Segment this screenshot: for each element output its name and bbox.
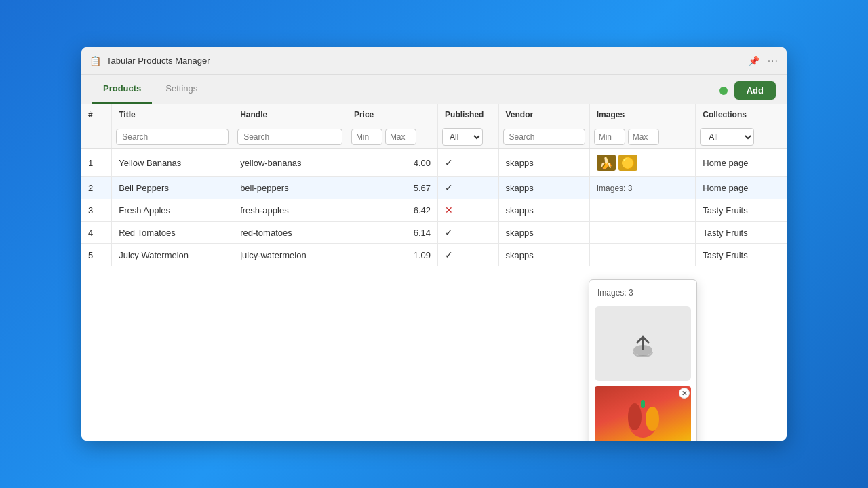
check-icon: ✓ (445, 249, 453, 260)
upload-icon (628, 330, 658, 357)
price-filter-group (351, 129, 433, 145)
images-min-input[interactable] (594, 129, 625, 145)
row3-title: Fresh Apples (112, 199, 233, 222)
price-max-input[interactable] (385, 129, 416, 145)
row5-handle: juicy-watermelon (233, 244, 347, 266)
handle-search-input[interactable] (237, 129, 342, 145)
image-close-button-1[interactable]: ✕ (679, 388, 690, 399)
row5-price: 1.09 (347, 244, 437, 266)
row2-price: 5.67 (347, 177, 437, 199)
pin-icon[interactable]: 📌 (748, 56, 760, 66)
table-container: # Title Handle Price Published Vendor Im… (81, 104, 787, 441)
row4-num: 4 (81, 222, 112, 244)
col-header-collections: Collections (696, 104, 787, 125)
titlebar-right: 📌 ··· (748, 55, 778, 67)
table-row: 1 Yellow Bananas yellow-bananas 4.00 ✓ s… (81, 149, 787, 177)
filter-collections-cell: All (696, 125, 787, 149)
filter-images-cell (589, 125, 696, 149)
image-preview-1 (595, 386, 691, 441)
filter-vendor-cell (498, 125, 589, 149)
pepper-svg (623, 393, 663, 441)
images-filter-group (594, 129, 692, 145)
collections-filter-select[interactable]: All (700, 128, 754, 146)
tab-settings[interactable]: Settings (155, 75, 208, 104)
filter-published-cell: All Yes No (438, 125, 498, 149)
row1-price: 4.00 (347, 149, 437, 177)
row5-title: Juicy Watermelon (112, 244, 233, 266)
titlebar-left: 📋 Tabular Products Manager (90, 56, 210, 66)
check-icon: ✓ (445, 227, 453, 238)
tabs-bar: Products Settings Add (81, 75, 787, 104)
row1-published: ✓ (438, 149, 498, 177)
tabs-right: Add (719, 81, 776, 104)
column-headers: # Title Handle Price Published Vendor Im… (81, 104, 787, 125)
row3-price: 6.42 (347, 199, 437, 222)
published-filter-select[interactable]: All Yes No (442, 128, 483, 146)
row5-num: 5 (81, 244, 112, 266)
row1-images-cell: 🍌 🟡 (597, 155, 689, 171)
col-header-vendor: Vendor (498, 104, 589, 125)
col-header-num: # (81, 104, 112, 125)
row4-price: 6.14 (347, 222, 437, 244)
row3-handle: fresh-apples (233, 199, 347, 222)
col-header-images: Images (589, 104, 696, 125)
row5-vendor: skapps (498, 244, 589, 266)
images-count-label: Images: 3 (597, 184, 633, 193)
row2-collections: Home page (696, 177, 787, 199)
image-thumb[interactable]: 🍌 (597, 155, 616, 171)
price-min-input[interactable] (351, 129, 382, 145)
row2-num: 2 (81, 177, 112, 199)
svg-point-3 (646, 407, 659, 431)
col-header-published: Published (438, 104, 498, 125)
upload-zone[interactable] (595, 306, 691, 381)
table-row: 4 Red Tomatoes red-tomatoes 6.14 ✓ skapp… (81, 222, 787, 244)
check-icon: ✓ (445, 182, 453, 193)
tabs-left: Products Settings (92, 75, 208, 104)
row3-collections: Tasty Fruits (696, 199, 787, 222)
filter-row: All Yes No (81, 125, 787, 149)
table-row: 5 Juicy Watermelon juicy-watermelon 1.09… (81, 244, 787, 266)
filter-price-cell (347, 125, 437, 149)
filter-handle-cell (233, 125, 347, 149)
svg-rect-4 (641, 400, 645, 408)
image-item-1: ✕ (595, 386, 691, 441)
tab-products[interactable]: Products (92, 75, 152, 104)
vendor-search-input[interactable] (503, 129, 585, 145)
col-header-price: Price (347, 104, 437, 125)
row2-images[interactable]: Images: 3 (589, 177, 696, 199)
image-thumb[interactable]: 🟡 (618, 155, 637, 171)
row4-images (589, 222, 696, 244)
row3-vendor: skapps (498, 199, 589, 222)
row2-published: ✓ (438, 177, 498, 199)
row3-num: 3 (81, 199, 112, 222)
table-row: 2 Bell Peppers bell-peppers 5.67 ✓ skapp… (81, 177, 787, 199)
main-window: 📋 Tabular Products Manager 📌 ··· Product… (81, 47, 787, 441)
filter-num-cell (81, 125, 112, 149)
more-icon[interactable]: ··· (768, 55, 778, 67)
images-popup-header: Images: 3 (595, 285, 691, 302)
images-max-input[interactable] (628, 129, 659, 145)
check-icon: ✓ (445, 157, 453, 168)
row1-title: Yellow Bananas (112, 149, 233, 177)
col-header-title: Title (112, 104, 233, 125)
status-indicator (719, 87, 728, 95)
row1-collections: Home page (696, 149, 787, 177)
row3-images (589, 199, 696, 222)
row1-handle: yellow-bananas (233, 149, 347, 177)
add-button[interactable]: Add (734, 81, 776, 100)
title-search-input[interactable] (116, 129, 229, 145)
row5-published: ✓ (438, 244, 498, 266)
row2-vendor: skapps (498, 177, 589, 199)
row4-collections: Tasty Fruits (696, 222, 787, 244)
row1-num: 1 (81, 149, 112, 177)
table-row: 3 Fresh Apples fresh-apples 6.42 ✕ skapp… (81, 199, 787, 222)
images-popup: Images: 3 (589, 279, 697, 441)
cross-icon: ✕ (445, 205, 453, 216)
filter-title-cell (112, 125, 233, 149)
titlebar: 📋 Tabular Products Manager 📌 ··· (81, 47, 787, 75)
row4-title: Red Tomatoes (112, 222, 233, 244)
row5-images (589, 244, 696, 266)
row3-published: ✕ (438, 199, 498, 222)
row2-title: Bell Peppers (112, 177, 233, 199)
svg-point-2 (628, 403, 642, 430)
